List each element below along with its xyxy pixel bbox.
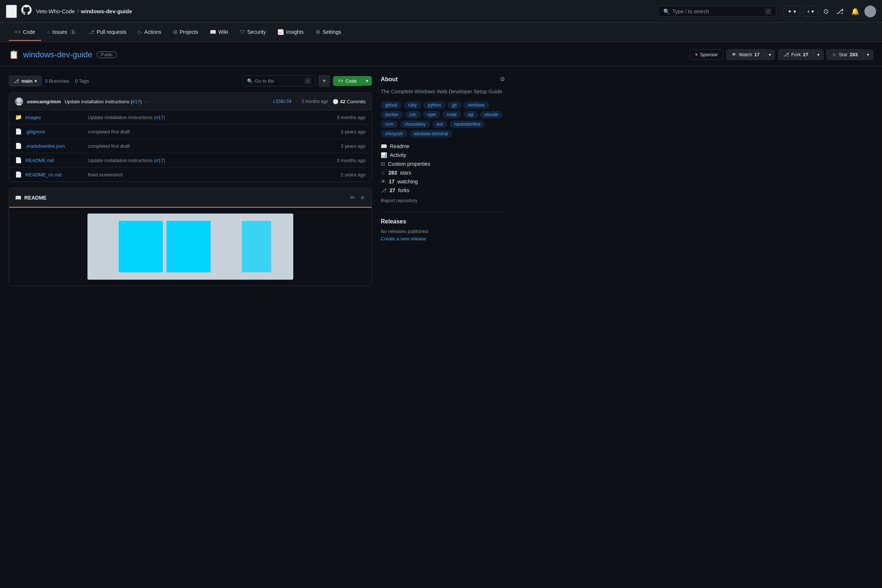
- star-button[interactable]: ☆ Star 283: [826, 49, 863, 60]
- tab-issues[interactable]: ○ Issues 1: [41, 24, 82, 41]
- star-label: Star: [838, 52, 848, 57]
- table-row: 📄.gitignorecompleted first draft3 years …: [9, 124, 372, 139]
- add-file-button[interactable]: +: [319, 75, 330, 87]
- create-release-link[interactable]: Create a new release: [381, 236, 426, 242]
- issues-badge: 1: [69, 29, 77, 34]
- pull-requests-icon: ⎇: [88, 29, 94, 35]
- commit-username[interactable]: usmcamgrimm: [27, 99, 61, 104]
- search-kbd: /: [765, 9, 771, 14]
- activity-link[interactable]: 📊 Activity: [381, 152, 506, 158]
- commit-hash[interactable]: c338c34: [273, 99, 292, 104]
- commits-count: 42: [340, 99, 345, 104]
- plus-button[interactable]: + ▾: [803, 6, 818, 17]
- watch-count: 17: [754, 52, 760, 57]
- topic-tag-npm[interactable]: npm: [423, 111, 440, 118]
- file-name[interactable]: .gitignore: [26, 129, 84, 135]
- activity-link-label: Activity: [390, 152, 406, 158]
- branches-link[interactable]: 3 Branches: [45, 78, 69, 84]
- code-button[interactable]: <> Code: [333, 76, 362, 86]
- repo-title[interactable]: windows-dev-guide: [23, 50, 92, 60]
- about-box: About ⚙ The Complete Windows Web Develop…: [381, 75, 506, 203]
- topic-tag-git[interactable]: git: [448, 101, 461, 109]
- readme-link[interactable]: 📖 Readme: [381, 143, 506, 149]
- tags-link[interactable]: 0 Tags: [75, 78, 89, 84]
- edit-readme-button[interactable]: ✏: [349, 193, 357, 202]
- commit-time: 3 months ago: [302, 99, 328, 104]
- sponsor-button[interactable]: ♥ Sponsor: [689, 49, 723, 60]
- fork-button[interactable]: ⎇ Fork 27: [778, 49, 813, 60]
- copilot-button[interactable]: ✦ ▾: [783, 6, 800, 17]
- tab-actions[interactable]: ▷ Actions: [132, 24, 167, 41]
- settings-icon: ⚙: [316, 29, 321, 35]
- tab-code[interactable]: <> Code: [9, 24, 41, 41]
- notifications-button[interactable]: 🔔: [849, 5, 861, 18]
- search-file-icon: 🔍: [247, 78, 253, 84]
- tab-settings[interactable]: ⚙ Settings: [310, 24, 347, 41]
- tab-projects[interactable]: ⊞ Projects: [167, 24, 204, 41]
- readme-actions: ✏ ≡: [349, 193, 366, 202]
- custom-properties-link[interactable]: ⊟ Custom properties: [381, 161, 506, 167]
- topic-tag-wsl[interactable]: wsl: [432, 120, 447, 128]
- cyan-bar-right: [166, 221, 211, 272]
- stars-stat[interactable]: ☆ 283 stars: [381, 170, 506, 176]
- tab-security[interactable]: 🛡 Security: [234, 24, 272, 41]
- topic-tag-hacktoberfest[interactable]: hacktoberfest: [450, 120, 485, 128]
- watch-dropdown[interactable]: ▾: [765, 50, 775, 60]
- watch-button[interactable]: 👁 Watch 17: [726, 49, 765, 60]
- file-name[interactable]: README_cn.md: [26, 172, 84, 177]
- toc-button[interactable]: ≡: [359, 193, 366, 202]
- topic-tag-docker[interactable]: docker: [381, 111, 403, 118]
- table-row: 📄.markdownlint.jsoncompleted first draft…: [9, 139, 372, 153]
- custom-props-icon: ⊟: [381, 161, 385, 167]
- code-dropdown[interactable]: ▾: [362, 76, 372, 86]
- report-link[interactable]: Report repository: [381, 198, 506, 203]
- forks-stat[interactable]: ⎇ 27 forks: [381, 188, 506, 193]
- breadcrumb-sep: /: [77, 8, 79, 14]
- insights-icon: 📈: [278, 29, 284, 35]
- watching-stat[interactable]: 👁 17 watching: [381, 178, 506, 184]
- readme-icon: 📖: [15, 195, 21, 201]
- hamburger-button[interactable]: ☰: [6, 5, 17, 18]
- topic-tag-nvm[interactable]: nvm: [381, 120, 398, 128]
- branch-selector[interactable]: ⎇ main ▾: [9, 76, 42, 86]
- file-name[interactable]: images: [26, 115, 84, 120]
- tab-insights[interactable]: 📈 Insights: [272, 24, 309, 41]
- copilot-icon: ✦: [788, 9, 792, 14]
- repo-name[interactable]: windows-dev-guide: [81, 8, 132, 14]
- breadcrumb: Vets-Who-Code / windows-dev-guide: [36, 8, 132, 14]
- star-dropdown[interactable]: ▾: [863, 50, 873, 60]
- commits-link[interactable]: 🕐 42 Commits: [333, 99, 366, 104]
- commit-pr-link[interactable]: #17: [132, 99, 140, 104]
- org-name[interactable]: Vets-Who-Code: [36, 8, 75, 14]
- topic-tag-ohmyzsh[interactable]: ohmyzsh: [381, 130, 407, 138]
- search-bar[interactable]: 🔍 Type / to search /: [658, 6, 776, 17]
- topic-tag-sql[interactable]: sql: [464, 111, 478, 118]
- tab-wiki[interactable]: 📖 Wiki: [204, 24, 234, 41]
- file-name[interactable]: .markdownlint.json: [26, 143, 84, 149]
- file-pr-link[interactable]: #17: [156, 115, 164, 120]
- goto-file-button[interactable]: 🔍 Go to file t: [242, 75, 316, 86]
- file-name[interactable]: README.md: [26, 158, 84, 163]
- github-logo[interactable]: [21, 5, 32, 18]
- tab-pull-requests[interactable]: ⎇ Pull requests: [82, 24, 132, 41]
- topic-tag-node[interactable]: node: [442, 111, 461, 118]
- topic-tag-windows-terminal[interactable]: windows-terminal: [410, 130, 452, 138]
- activity-icon: 📊: [381, 152, 387, 158]
- eye-stat-icon: 👁: [381, 178, 386, 184]
- topic-tag-vscode[interactable]: vscode: [480, 111, 503, 118]
- releases-box: Releases No releases published Create a …: [381, 218, 506, 242]
- file-pr-link[interactable]: #17: [156, 158, 164, 163]
- tab-pull-requests-label: Pull requests: [97, 29, 126, 35]
- topic-tag-windows[interactable]: windows: [464, 101, 489, 109]
- avatar[interactable]: [864, 6, 876, 17]
- left-panel: ⎇ main ▾ 3 Branches 0 Tags 🔍 Go to file …: [9, 75, 372, 286]
- topic-tag-python[interactable]: python: [423, 101, 446, 109]
- topic-tag-zsh[interactable]: zsh: [405, 111, 421, 118]
- issues-icon-button[interactable]: ⊙: [821, 5, 831, 18]
- about-gear-button[interactable]: ⚙: [499, 75, 506, 83]
- topic-tag-chocolatey[interactable]: chocolatey: [400, 120, 430, 128]
- topic-tag-github[interactable]: github: [381, 101, 402, 109]
- topic-tag-ruby[interactable]: ruby: [404, 101, 421, 109]
- pull-requests-icon-button[interactable]: ⎇: [834, 5, 846, 18]
- fork-dropdown[interactable]: ▾: [813, 50, 824, 60]
